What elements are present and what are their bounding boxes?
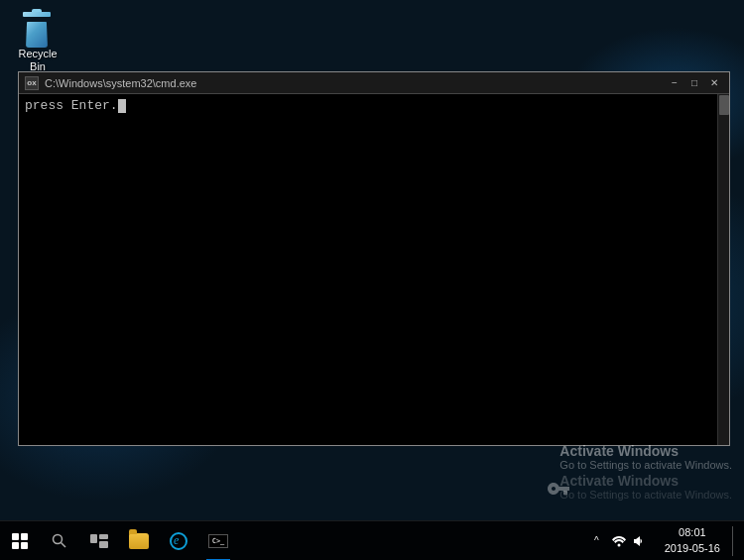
taskbar: C>_ ^ 08:01 2019-05-1	[0, 520, 744, 560]
cmd-titlebar: ox C:\Windows\system32\cmd.exe − □ ✕	[19, 72, 729, 94]
start-button[interactable]	[0, 521, 40, 561]
edge-icon	[170, 532, 187, 550]
activate-subtitle-1: Go to Settings to activate Windows.	[559, 459, 732, 471]
taskbar-search-button[interactable]	[40, 521, 79, 561]
cmd-cursor	[118, 99, 126, 113]
cmd-window: ox C:\Windows\system32\cmd.exe − □ ✕ pre…	[18, 71, 730, 446]
activate-subtitle-2: Go to Settings to activate Windows.	[559, 489, 732, 501]
svg-point-5	[617, 543, 620, 546]
start-icon	[12, 533, 28, 549]
svg-point-0	[54, 534, 62, 543]
taskbar-file-explorer-button[interactable]	[119, 521, 159, 561]
svg-rect-4	[99, 541, 108, 548]
file-explorer-icon	[129, 533, 149, 549]
cmd-controls: − □ ✕	[666, 76, 723, 90]
network-icon[interactable]	[611, 533, 627, 549]
recycle-bin-icon[interactable]: Recycle Bin	[8, 8, 67, 77]
cmd-title: C:\Windows\system32\cmd.exe	[45, 77, 666, 89]
activate-title-1: Activate Windows	[559, 443, 732, 459]
system-tray: ^ 08:01 2019-05-16	[592, 525, 744, 556]
cmd-text-area: press Enter.	[25, 98, 715, 445]
cmd-content[interactable]: press Enter.	[19, 94, 729, 445]
tray-chevron[interactable]: ^	[592, 533, 601, 548]
svg-rect-3	[99, 534, 108, 539]
recycle-bin-label: Recycle Bin	[12, 48, 63, 73]
minimize-button[interactable]: −	[666, 76, 683, 90]
activate-windows-watermark: Activate Windows Go to Settings to activ…	[559, 443, 732, 501]
svg-rect-2	[90, 534, 97, 543]
maximize-button[interactable]: □	[685, 76, 703, 90]
cmd-scrollbar[interactable]	[717, 94, 729, 445]
taskbar-edge-button[interactable]	[159, 521, 198, 561]
taskbar-pinned: C>_	[40, 521, 238, 561]
show-desktop-button[interactable]	[732, 526, 736, 556]
clock-time: 08:01	[679, 525, 706, 540]
clock[interactable]: 08:01 2019-05-16	[657, 525, 728, 556]
key-icon	[547, 477, 570, 504]
clock-date: 2019-05-16	[665, 541, 720, 556]
tray-icons	[605, 533, 653, 549]
speaker-icon[interactable]	[631, 533, 647, 549]
cmd-scroll-thumb[interactable]	[719, 95, 729, 115]
cmd-prompt-line: press Enter.	[25, 98, 126, 113]
cmd-window-icon: ox	[25, 76, 39, 90]
svg-line-1	[62, 542, 66, 547]
cmd-taskbar-icon: C>_	[208, 534, 228, 548]
close-button[interactable]: ✕	[705, 76, 723, 90]
activate-title-2: Activate Windows	[559, 473, 732, 489]
taskbar-cmd-button[interactable]: C>_	[198, 521, 238, 561]
recycle-bin-graphic	[22, 12, 54, 48]
taskbar-taskview-button[interactable]	[79, 521, 119, 561]
